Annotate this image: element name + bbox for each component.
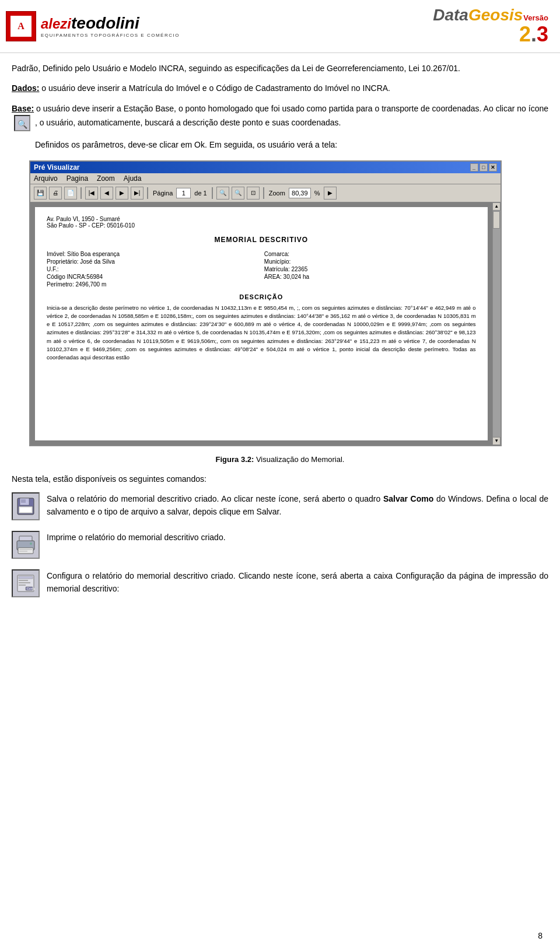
base-search-icon: 🔍 <box>14 115 30 131</box>
svg-point-10 <box>30 542 32 545</box>
percent-label: % <box>314 190 320 197</box>
titlebar-controls[interactable]: _ □ ✕ <box>470 163 497 172</box>
base-text2: , o usuário, automaticamente, buscará a … <box>35 118 341 127</box>
dg-dot: . <box>531 22 537 47</box>
preview-scrollbar[interactable]: ▲ ▼ <box>492 202 501 445</box>
area-field: ÁREA: 30,024 ha <box>264 274 476 280</box>
svg-text:Config: Config <box>27 587 35 590</box>
page-number: 8 <box>538 931 542 940</box>
cmd3-text: Configura o relatório do memorial descri… <box>47 569 548 596</box>
main-content: Padrão, Definido pelo Usuário e Modelo I… <box>0 53 560 620</box>
scroll-down-arrow[interactable]: ▼ <box>492 437 501 445</box>
dg-version-number: 2 <box>519 22 531 47</box>
address-line2: São Paulo - SP - CEP: 05016-010 <box>47 222 476 229</box>
svg-rect-15 <box>19 584 26 586</box>
zoom-input[interactable] <box>289 188 311 198</box>
page-label: Página <box>153 190 173 197</box>
dg-version-label: Versão <box>523 13 548 22</box>
zoom-out-btn[interactable]: 🔍 <box>232 187 244 200</box>
preview-menubar: Arquivo Pagina Zoom Ajuda <box>30 173 501 184</box>
company-subtitle: EQUIPAMENTOS TOPOGRÁFICOS E COMÉRCIO <box>41 33 180 38</box>
page-input[interactable] <box>176 188 191 198</box>
cmd2-text: Imprime o relatório do memorial descriti… <box>47 531 548 544</box>
svg-rect-4 <box>20 508 32 512</box>
cmd-print-row: Imprime o relatório do memorial descriti… <box>12 531 548 559</box>
nav-prev-btn[interactable]: ◀ <box>100 187 113 200</box>
print-icon <box>12 531 40 559</box>
separator-4 <box>263 187 264 199</box>
dg-version-3: 3 <box>537 22 548 47</box>
descricao-title: DESCRIÇÃO <box>47 293 476 300</box>
comarca-field: Comarca: <box>264 251 476 257</box>
de-label: de 1 <box>194 190 206 197</box>
preview-titlebar: Pré Visualizar _ □ ✕ <box>30 162 501 173</box>
preview-body: Av. Paulo VI, 1950 - Sumaré São Paulo - … <box>30 202 501 445</box>
memorial-address: Av. Paulo VI, 1950 - Sumaré São Paulo - … <box>47 216 476 229</box>
nav-play-btn[interactable]: ▶ <box>116 187 128 200</box>
svg-rect-12 <box>19 576 33 579</box>
svg-rect-13 <box>19 580 28 581</box>
proprietario-field: Proprietário: José da Silva <box>47 258 258 265</box>
preview-window: Pré Visualizar _ □ ✕ Arquivo Pagina Zoom… <box>29 160 502 446</box>
company-name: aleziteodolini <box>41 15 180 33</box>
maximize-button[interactable]: □ <box>480 163 488 172</box>
base-label: Base: <box>12 104 34 113</box>
paragraph-definidos: Definidos os parâmetros, deve-se clicar … <box>12 138 548 151</box>
municipio-field: Município: <box>264 258 476 265</box>
cmd1-text: Salva o relatório do memorial descritivo… <box>47 492 548 519</box>
cmd1-bold: Salvar Como <box>383 494 433 503</box>
memorial-title: MEMORIAL DESCRITIVO <box>47 236 476 244</box>
imovel-field: Imóvel: Sítio Boa esperança <box>47 251 258 257</box>
preview-toolbar: 💾 🖨 📄 |◀ ◀ ▶ ▶| Página de 1 🔍 🔍 ⊡ Zoom %… <box>30 184 501 202</box>
cmd-save-row: Salva o relatório do memorial descritivo… <box>12 492 548 520</box>
menu-pagina[interactable]: Pagina <box>66 174 88 183</box>
descricao-text: Inicia-se a descrição deste perímetro no… <box>47 304 476 362</box>
close-button[interactable]: ✕ <box>489 163 497 172</box>
config-toolbar-btn[interactable]: 📄 <box>64 187 77 200</box>
print-toolbar-btn[interactable]: 🖨 <box>49 187 62 200</box>
menu-zoom[interactable]: Zoom <box>97 174 115 183</box>
scroll-thumb[interactable] <box>493 211 500 229</box>
base-text: o usuário deve inserir a Estação Base, o… <box>34 104 548 113</box>
paragraph-1: Padrão, Definido pelo Usuário e Modelo I… <box>12 62 548 75</box>
figura-number: Figura 3.2: <box>216 455 254 464</box>
zoom-in-btn[interactable]: 🔍 <box>216 187 229 200</box>
config-icon: Config <box>12 569 40 597</box>
cmd-config-row: Config Configura o relatório do memorial… <box>12 569 548 597</box>
minimize-button[interactable]: _ <box>470 163 478 172</box>
separator-2 <box>147 187 148 199</box>
svg-rect-8 <box>19 549 32 550</box>
logo-right: DataGeosis Versão 2.3 <box>433 6 548 47</box>
preview-document: Av. Paulo VI, 1950 - Sumaré São Paulo - … <box>35 207 488 440</box>
separator-3 <box>212 187 213 199</box>
save-icon <box>12 492 40 520</box>
paragraph-dados: Dados: o usuário deve inserir a Matrícul… <box>12 82 548 94</box>
perimetro-field: Perímetro: 2496,700 m <box>47 281 258 288</box>
scroll-track <box>493 211 501 437</box>
zoom-fit-btn[interactable]: ⊡ <box>247 187 260 200</box>
nav-first-btn[interactable]: |◀ <box>85 187 98 200</box>
save-svg <box>16 497 35 516</box>
uf-field: U.F.: <box>47 266 258 272</box>
matricula-field: Matrícula: 22365 <box>264 266 476 272</box>
nesta-tela-text: Nesta tela, estão disponíveis os seguint… <box>12 473 548 485</box>
save-toolbar-btn[interactable]: 💾 <box>34 187 47 200</box>
menu-arquivo[interactable]: Arquivo <box>34 174 58 183</box>
figura-caption: Figura 3.2: Visualização do Memorial. <box>12 455 548 464</box>
zoom-apply-btn[interactable]: ▶ <box>324 187 337 200</box>
dados-label: Dados: <box>12 83 39 93</box>
header: A aleziteodolini EQUIPAMENTOS TOPOGRÁFIC… <box>0 0 560 53</box>
codigo-field: Código INCRA:56984 <box>47 274 258 280</box>
separator-1 <box>80 187 82 199</box>
menu-ajuda[interactable]: Ajuda <box>124 174 142 183</box>
zoom-label: Zoom <box>269 190 285 197</box>
logo-left: A aleziteodolini EQUIPAMENTOS TOPOGRÁFIC… <box>6 11 180 41</box>
svg-rect-2 <box>21 499 26 503</box>
scroll-up-arrow[interactable]: ▲ <box>492 202 501 211</box>
nav-next-btn[interactable]: ▶| <box>131 187 144 200</box>
preview-title: Pré Visualizar <box>34 163 80 172</box>
svg-rect-14 <box>19 582 30 583</box>
dg-data-label: Data <box>433 6 468 24</box>
address-line1: Av. Paulo VI, 1950 - Sumaré <box>47 216 476 222</box>
memorial-fields: Imóvel: Sítio Boa esperança Comarca: Pro… <box>47 251 476 288</box>
